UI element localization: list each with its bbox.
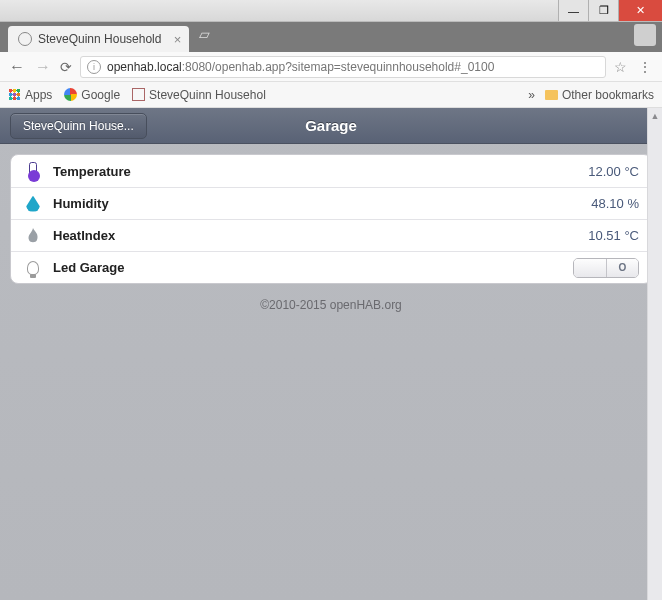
tab-strip-user-icon[interactable]: [634, 24, 656, 46]
toggle-off-button[interactable]: [574, 259, 606, 277]
list-item-led-garage[interactable]: Led Garage O: [11, 251, 651, 283]
page-viewport: SteveQuinn House... Garage Temperature 1…: [0, 108, 662, 600]
url-rest: :8080/openhab.app?sitemap=stevequinnhous…: [182, 60, 495, 74]
favicon-icon: [18, 32, 32, 46]
apps-label: Apps: [25, 88, 52, 102]
openhab-header: SteveQuinn House... Garage: [0, 108, 662, 144]
bookmarks-apps[interactable]: Apps: [8, 88, 52, 102]
browser-toolbar: ← → ⟳ i openhab.local:8080/openhab.app?s…: [0, 52, 662, 82]
list-item-heatindex[interactable]: HeatIndex 10.51 °C: [11, 219, 651, 251]
bulb-icon: [23, 258, 43, 278]
bookmarks-overflow-icon[interactable]: »: [528, 88, 535, 102]
droplet-icon: [23, 194, 43, 214]
row-value: 12.00 °C: [588, 164, 639, 179]
row-label: Temperature: [53, 164, 131, 179]
nav-back-icon[interactable]: ←: [8, 58, 26, 76]
thermometer-icon: [23, 161, 43, 181]
site-info-icon[interactable]: i: [87, 60, 101, 74]
list-item-humidity[interactable]: Humidity 48.10 %: [11, 187, 651, 219]
row-label: HeatIndex: [53, 228, 115, 243]
apps-grid-icon: [8, 88, 21, 101]
tab-close-icon[interactable]: ×: [174, 32, 182, 47]
openhab-back-button[interactable]: SteveQuinn House...: [10, 113, 147, 139]
url-host: openhab.local: [107, 60, 182, 74]
window-maximize-button[interactable]: ❐: [588, 0, 618, 21]
bookmark-star-icon[interactable]: ☆: [614, 59, 627, 75]
row-value: 10.51 °C: [588, 228, 639, 243]
folder-icon: [545, 90, 558, 100]
other-bookmarks[interactable]: Other bookmarks: [545, 88, 654, 102]
bookmark-google[interactable]: Google: [64, 88, 120, 102]
bookmark-stevequinn[interactable]: SteveQuinn Househol: [132, 88, 266, 102]
window-minimize-button[interactable]: —: [558, 0, 588, 21]
flame-icon: [23, 226, 43, 246]
row-value: 48.10 %: [591, 196, 639, 211]
nav-reload-icon[interactable]: ⟳: [60, 59, 72, 75]
page-footer: ©2010-2015 openHAB.org: [0, 298, 662, 312]
address-bar[interactable]: i openhab.local:8080/openhab.app?sitemap…: [80, 56, 606, 78]
other-bookmarks-label: Other bookmarks: [562, 88, 654, 102]
browser-menu-icon[interactable]: ⋮: [635, 59, 654, 75]
window-close-button[interactable]: ✕: [618, 0, 662, 21]
nav-forward-icon: →: [34, 58, 52, 76]
row-label: Led Garage: [53, 260, 125, 275]
led-toggle[interactable]: O: [573, 258, 639, 278]
tab-title: SteveQuinn Household: [38, 32, 161, 46]
openhab-icon: [132, 88, 145, 101]
bookmark-label: SteveQuinn Househol: [149, 88, 266, 102]
browser-tab-active[interactable]: SteveQuinn Household ×: [8, 26, 189, 52]
readings-list: Temperature 12.00 °C Humidity 48.10 % He…: [10, 154, 652, 284]
toggle-on-button[interactable]: O: [606, 259, 638, 277]
window-titlebar: — ❐ ✕: [0, 0, 662, 22]
google-icon: [64, 88, 77, 101]
browser-tab-strip: SteveQuinn Household × ▱: [0, 22, 662, 52]
scroll-up-icon[interactable]: ▲: [648, 108, 662, 124]
bookmarks-bar: Apps Google SteveQuinn Househol » Other …: [0, 82, 662, 108]
list-item-temperature[interactable]: Temperature 12.00 °C: [11, 155, 651, 187]
bookmark-label: Google: [81, 88, 120, 102]
scrollbar[interactable]: ▲: [647, 108, 662, 600]
page-title: Garage: [305, 117, 357, 134]
new-tab-button[interactable]: ▱: [199, 26, 210, 42]
row-label: Humidity: [53, 196, 109, 211]
